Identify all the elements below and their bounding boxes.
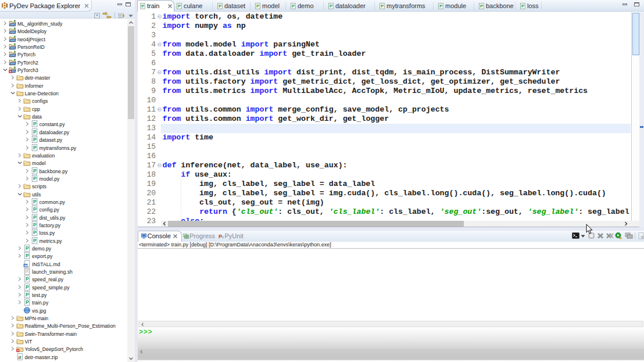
svg-text:u: u [221, 235, 224, 239]
